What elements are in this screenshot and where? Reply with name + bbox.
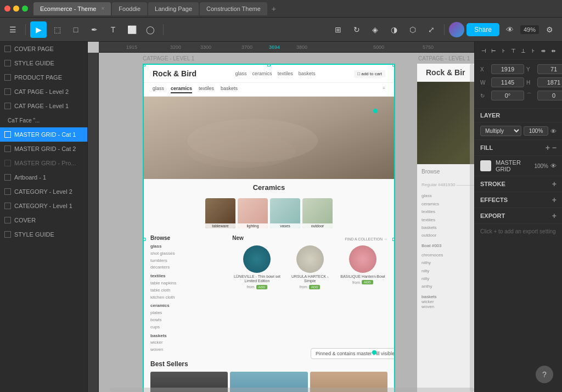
- minimize-button[interactable]: [13, 5, 19, 12]
- product-card-3[interactable]: BASILIQUE Hantern-Bowl from ADD: [338, 245, 387, 289]
- selection-handle-tl: [143, 64, 145, 66]
- w-label: W: [480, 80, 489, 86]
- layer-item-master-grid-cat1[interactable]: MASTER GRID - Cat 1: [0, 127, 87, 142]
- layer-item-style-guide[interactable]: STYLE GUIDE: [0, 56, 87, 70]
- component-tool[interactable]: ◈: [367, 21, 384, 38]
- product-price-1: from ADD: [232, 285, 282, 289]
- layer-item-artboard[interactable]: Artboard - 1: [0, 170, 87, 184]
- toolbar-separator-3: [444, 24, 445, 35]
- product-price-2: from ADD: [285, 285, 335, 289]
- frame-tool[interactable]: ⬚: [49, 21, 65, 38]
- page-frame-1[interactable]: Rock & Bird glass ceramics textiles bask…: [143, 64, 395, 392]
- layer-item-cat-face[interactable]: CaT Face "...: [0, 113, 87, 127]
- add-to-cart-2[interactable]: ADD: [309, 285, 321, 289]
- layer-item-category-level2[interactable]: CATEGORY - Level 2: [0, 184, 87, 199]
- site-cart: □ add to cart: [354, 70, 385, 77]
- x-input[interactable]: [491, 64, 524, 74]
- thumb-label: lighting: [238, 223, 268, 228]
- image-tool[interactable]: ⬜: [123, 21, 140, 38]
- family-link[interactable]: FIND A COLLECTION →: [345, 237, 387, 241]
- align-bottom[interactable]: ⊦: [529, 45, 538, 56]
- layer-item-product-page[interactable]: PRODUCT PAGE: [0, 70, 87, 85]
- mask-tool[interactable]: ⬡: [404, 21, 421, 38]
- menu-button[interactable]: ☰: [4, 21, 21, 38]
- x-label: X: [480, 66, 489, 72]
- opacity-input[interactable]: [524, 126, 548, 136]
- distribute-v[interactable]: ⇻: [549, 45, 558, 56]
- align-top[interactable]: ⊤: [509, 45, 518, 56]
- settings-button[interactable]: ⚙: [541, 21, 558, 38]
- w-input[interactable]: [491, 77, 524, 87]
- pointer-tool[interactable]: ▶: [30, 21, 47, 38]
- tab-ecommerce[interactable]: Ecommerce - Theme ×: [33, 2, 111, 15]
- tab-construction[interactable]: Construction Theme: [200, 2, 267, 15]
- fill-row: MASTER GRID 100% 👁: [475, 156, 562, 176]
- horizontal-scrollbar[interactable]: [110, 388, 474, 392]
- layer-item-cover[interactable]: COVER: [0, 213, 87, 227]
- align-middle-v[interactable]: ⊥: [519, 45, 528, 56]
- tab-close-icon[interactable]: ×: [102, 5, 105, 12]
- h-input[interactable]: [537, 77, 562, 87]
- rotation-input[interactable]: [491, 91, 524, 100]
- stroke-add-btn[interactable]: +: [552, 180, 557, 188]
- preview-button[interactable]: 👁: [502, 21, 518, 38]
- layer-item-master-grid-cat2[interactable]: MASTER GRID - Cat 2: [0, 142, 87, 156]
- close-button[interactable]: [4, 5, 10, 12]
- corner-input[interactable]: [537, 91, 562, 100]
- share-button[interactable]: Share: [467, 23, 499, 36]
- thumb-label: outdoor: [302, 223, 333, 228]
- category-thumb-vases[interactable]: vases: [270, 198, 300, 228]
- comment-tool[interactable]: ◯: [142, 21, 159, 38]
- ruler-mark: 3700: [241, 44, 252, 50]
- canvas-content[interactable]: CATPAGE - LEVEL 1 Rock & Bird glass cera…: [99, 53, 474, 392]
- pen-tool[interactable]: ✒: [86, 21, 103, 38]
- page-frame-2[interactable]: Rock & Bir glass Table Browse Regular #4…: [417, 64, 474, 392]
- layer-item-style-guide2[interactable]: STYLE GUIDE: [0, 227, 87, 242]
- effects-add-btn[interactable]: +: [552, 195, 557, 204]
- product-card-2[interactable]: URSULA HARTECK - Simple from ADD: [285, 245, 335, 289]
- category-thumb-outdoor[interactable]: outdoor: [302, 198, 333, 228]
- layer-item-cover-page[interactable]: COVER PAGE: [0, 42, 87, 56]
- layer-item-cat-level1[interactable]: CAT PAGE - Level 1: [0, 99, 87, 113]
- anchor-dot-2: [372, 350, 376, 355]
- shape-tool[interactable]: □: [68, 21, 84, 38]
- export-add-btn[interactable]: +: [552, 211, 557, 220]
- fill-add-btn[interactable]: +: [546, 143, 550, 152]
- tab-landing[interactable]: Landing Page: [148, 2, 199, 15]
- frame1-label: CATPAGE - LEVEL 1: [143, 55, 194, 61]
- user-avatar[interactable]: [449, 22, 464, 37]
- vertical-scrollbar[interactable]: [470, 64, 474, 392]
- layer-label: PRODUCT PAGE: [14, 74, 62, 81]
- text-tool[interactable]: T: [105, 21, 121, 38]
- fill-tool[interactable]: ◑: [386, 21, 402, 38]
- align-right[interactable]: ⊦: [499, 45, 508, 56]
- fill-visibility-icon[interactable]: 👁: [550, 163, 557, 169]
- layer-item-category-level1[interactable]: CATEGORY - Level 1: [0, 199, 87, 213]
- align-tool[interactable]: ⊞: [330, 21, 346, 38]
- category-thumb-tableware[interactable]: tableware: [205, 198, 235, 228]
- add-to-cart-3[interactable]: ADD: [362, 280, 373, 284]
- add-tab-button[interactable]: +: [268, 3, 279, 14]
- distribute-h[interactable]: ⇺: [539, 45, 548, 56]
- product-card-1[interactable]: LÜNEVILLE - Thin bowl set Limited Editio…: [232, 245, 282, 289]
- tab-fooddie[interactable]: Fooddie: [112, 2, 147, 15]
- category-thumb-lighting[interactable]: lighting: [238, 198, 268, 228]
- crop-tool[interactable]: ⤢: [423, 21, 440, 38]
- maximize-button[interactable]: [22, 5, 28, 12]
- y-input[interactable]: [537, 64, 562, 74]
- canvas-area[interactable]: 1915 3200 3300 3700 3694 3800 5000 5750 …: [88, 42, 474, 392]
- rotate-tool[interactable]: ↻: [349, 21, 365, 38]
- help-button[interactable]: ?: [536, 366, 553, 383]
- layer-item-cat-level2[interactable]: CAT PAGE - Level 2: [0, 85, 87, 99]
- layer-item-master-grid-prod[interactable]: MASTER GRID - Pro...: [0, 156, 87, 170]
- add-to-cart-1[interactable]: ADD: [256, 285, 268, 289]
- fill-remove-btn[interactable]: −: [552, 143, 557, 152]
- selection-handle-ml: [143, 238, 145, 241]
- fill-color-swatch[interactable]: [480, 160, 491, 171]
- align-center-h[interactable]: ⊢: [489, 45, 498, 56]
- blend-mode-select[interactable]: Multiply Normal Overlay: [480, 126, 521, 136]
- align-left[interactable]: ⊣: [479, 45, 488, 56]
- sub-list-3: chromoces nithy nilty nilty anthy: [417, 250, 474, 292]
- visibility-toggle[interactable]: 👁: [550, 128, 557, 135]
- layer-label: CATEGORY - Level 1: [14, 203, 72, 209]
